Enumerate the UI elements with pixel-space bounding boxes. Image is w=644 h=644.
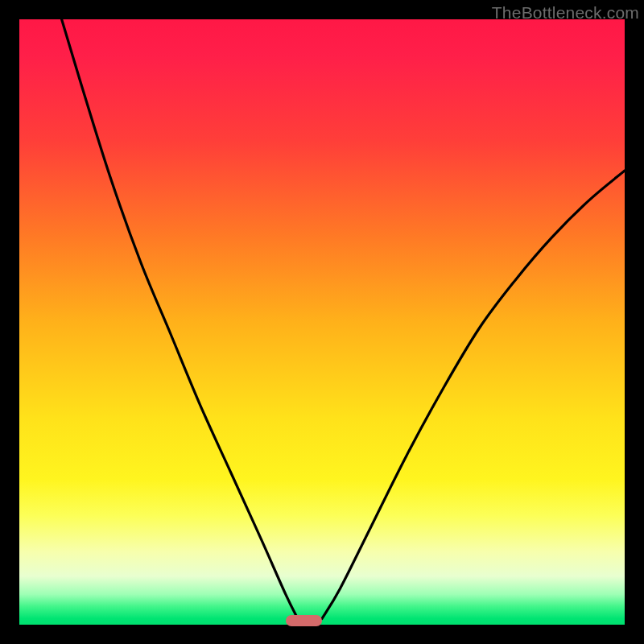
minimum-marker	[286, 615, 322, 626]
right-curve-path	[322, 171, 625, 619]
chart-frame	[19, 19, 625, 625]
left-curve-path	[62, 19, 298, 619]
chart-curves	[19, 19, 625, 625]
